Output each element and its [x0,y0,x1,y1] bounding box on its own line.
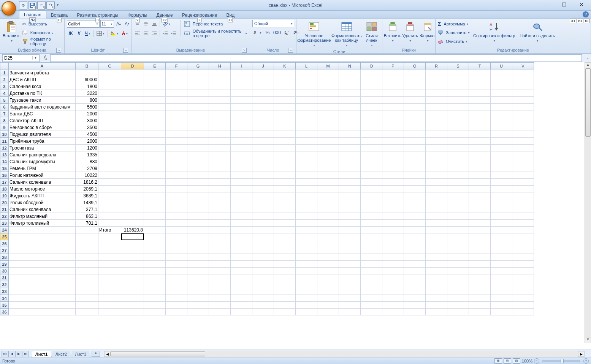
cell-Q1[interactable] [404,69,426,76]
cell-E20[interactable] [144,199,166,206]
cell-F13[interactable] [166,151,187,158]
cell-C30[interactable] [98,268,121,274]
cell-L33[interactable] [296,288,317,295]
help-button[interactable]: ? [583,11,589,17]
cell-F30[interactable] [166,268,187,274]
tab-page-layout[interactable]: Разметка страницыЗ [72,11,123,19]
accounting-format-button[interactable]: ₽▼ [252,29,263,36]
cell-G27[interactable] [187,247,209,254]
cell-U6[interactable] [491,104,512,110]
cell-R24[interactable] [426,227,447,233]
cell-M29[interactable] [317,261,339,268]
cell-R25[interactable] [426,233,447,240]
conditional-formatting-button[interactable]: Условное форматирование▼ [299,20,330,49]
cell-U15[interactable] [491,165,512,172]
cell-O34[interactable] [361,295,382,302]
number-format-combo[interactable]: Общий▼ [252,20,294,27]
cell-R14[interactable] [426,158,447,165]
cell-O26[interactable] [361,240,382,247]
cell-Q22[interactable] [404,213,426,220]
cell-R5[interactable] [426,97,447,104]
cell-F20[interactable] [166,199,187,206]
column-header-R[interactable]: R [426,63,447,69]
qat-redo[interactable]: ↷3 [46,1,55,9]
cell-J4[interactable] [252,90,274,97]
cell-L14[interactable] [296,158,317,165]
cell-M3[interactable] [317,83,339,90]
delete-cells-button[interactable]: Удалить▼ [402,20,418,44]
cell-N24[interactable] [339,227,361,233]
cell-K17[interactable] [274,179,296,186]
cell-K4[interactable] [274,90,296,97]
cell-E25[interactable] [144,233,166,240]
cell-K29[interactable] [274,261,296,268]
cell-U27[interactable] [491,247,512,254]
cell-P22[interactable] [382,213,404,220]
cell-R19[interactable] [426,192,447,199]
cell-R26[interactable] [426,240,447,247]
cell-A8[interactable]: Селектор АКПП [9,117,76,124]
cell-L26[interactable] [296,240,317,247]
cell-F7[interactable] [166,110,187,117]
cell-K31[interactable] [274,274,296,281]
cell-S20[interactable] [447,199,469,206]
cell-I5[interactable] [231,97,252,104]
cell-S14[interactable] [447,158,469,165]
number-dialog-launcher[interactable]: ↘ [288,48,293,53]
cell-G3[interactable] [187,83,209,90]
cell-M4[interactable] [317,90,339,97]
cell-J1[interactable] [252,69,274,76]
cell-C31[interactable] [98,274,121,281]
cell-T30[interactable] [469,268,491,274]
cell-V13[interactable] [512,151,534,158]
cell-L3[interactable] [296,83,317,90]
cell-J11[interactable] [252,138,274,145]
cell-P6[interactable] [382,104,404,110]
cell-U10[interactable] [491,131,512,138]
cell-C24[interactable]: Итого [98,227,121,233]
cell-K18[interactable] [274,186,296,192]
cell-B1[interactable] [76,69,98,76]
cell-C11[interactable] [98,138,121,145]
cell-R10[interactable] [426,131,447,138]
cell-K1[interactable] [274,69,296,76]
cell-F6[interactable] [166,104,187,110]
cell-H27[interactable] [209,247,231,254]
column-header-Q[interactable]: Q [404,63,426,69]
cell-H15[interactable] [209,165,231,172]
cell-A20[interactable]: Ролик обводной [9,199,76,206]
cell-Q6[interactable] [404,104,426,110]
cell-B12[interactable]: 1200 [76,145,98,151]
cell-V10[interactable] [512,131,534,138]
cell-A13[interactable]: Сальник распредвала [9,151,76,158]
cell-S30[interactable] [447,268,469,274]
sheet-nav-last[interactable]: ⏭ [22,351,29,357]
cell-V17[interactable] [512,179,534,186]
cell-Q19[interactable] [404,192,426,199]
cell-I16[interactable] [231,172,252,179]
cell-U1[interactable] [491,69,512,76]
cell-I21[interactable] [231,206,252,213]
column-header-D[interactable]: D [121,63,144,69]
cell-I2[interactable] [231,76,252,83]
sheet-nav-first[interactable]: ⏮ [2,351,8,357]
cell-Q18[interactable] [404,186,426,192]
cell-K32[interactable] [274,281,296,288]
normal-view-button[interactable]: ▦ [494,358,502,364]
cell-S27[interactable] [447,247,469,254]
cell-T2[interactable] [469,76,491,83]
cell-V4[interactable] [512,90,534,97]
cell-K21[interactable] [274,206,296,213]
cell-T11[interactable] [469,138,491,145]
column-header-O[interactable]: O [361,63,382,69]
vertical-scrollbar[interactable]: ▲ ▼ [585,62,591,343]
cell-D2[interactable] [121,76,144,83]
cell-C14[interactable] [98,158,121,165]
cell-S8[interactable] [447,117,469,124]
cell-A1[interactable]: Запчасти и работа [9,69,76,76]
cell-M6[interactable] [317,104,339,110]
cell-P10[interactable] [382,131,404,138]
cell-T20[interactable] [469,199,491,206]
cell-B16[interactable]: 10222 [76,172,98,179]
cell-I20[interactable] [231,199,252,206]
